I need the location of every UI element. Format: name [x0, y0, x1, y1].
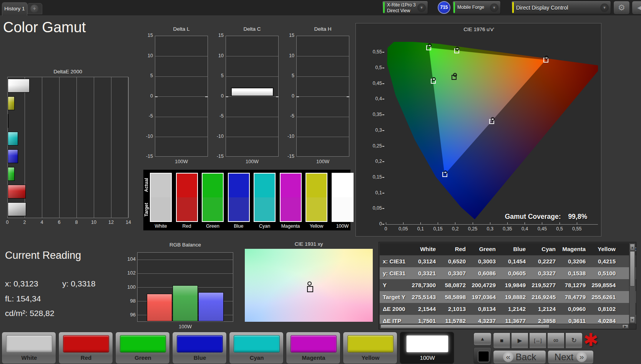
- cell: 0,5100: [589, 267, 616, 279]
- cell: 2,3858: [529, 315, 556, 324]
- delta-l-title: Delta L: [155, 26, 208, 32]
- pattern-button-green[interactable]: Green: [115, 332, 170, 364]
- pattern-window-button[interactable]: [473, 347, 492, 364]
- meter-status-indicator: [383, 2, 385, 13]
- pattern-label: Green: [116, 354, 170, 361]
- continuous-read-button[interactable]: ∞: [547, 333, 565, 349]
- axis-tick-label: 0: [365, 221, 382, 227]
- axis-tick: [455, 222, 455, 224]
- pattern-button-yellow[interactable]: Yellow: [343, 332, 397, 364]
- table-vertical-scrollbar[interactable]: ▲ ▼: [629, 243, 636, 324]
- gridline: [155, 137, 208, 137]
- horizontal-scroll-thumb[interactable]: [380, 324, 550, 328]
- display-control-dropdown[interactable]: Direct Display Control ▼: [511, 1, 611, 14]
- pattern-label: Cyan: [229, 354, 284, 361]
- axis-tick-label: 0,55: [569, 226, 585, 232]
- pattern-button-cyan[interactable]: Cyan: [229, 332, 284, 364]
- meter-dropdown[interactable]: X-Rite i1Pro 3 Direct View ▼: [382, 1, 428, 14]
- gamut-coverage-value: 99,8%: [568, 213, 587, 220]
- table-horizontal-scrollbar[interactable]: ▶: [380, 324, 629, 329]
- axis-tick-label: -15: [211, 154, 224, 159]
- settings-button[interactable]: ⚙: [613, 1, 630, 15]
- zero-tick: [296, 96, 299, 97]
- axis-tick-label: -10: [211, 134, 224, 139]
- cell: 58,5898: [439, 291, 466, 303]
- cell: 0,6520: [439, 255, 466, 267]
- delta-c-x-label: 100W: [226, 159, 279, 164]
- column-header-white: White: [409, 243, 436, 255]
- stop-button[interactable]: ■: [493, 333, 510, 349]
- axis-tick: [382, 224, 384, 225]
- pattern-button-100w[interactable]: 100W: [400, 332, 454, 364]
- scroll-down-icon[interactable]: ▼: [630, 316, 635, 323]
- scroll-right-icon[interactable]: ▶: [622, 324, 628, 328]
- axis-tick-label: 102: [120, 270, 136, 276]
- vertical-scroll-thumb[interactable]: [630, 251, 635, 286]
- zero-tick: [155, 96, 158, 97]
- column-header-yellow: Yellow: [589, 243, 616, 255]
- axis-tick-label: 0,45: [365, 81, 382, 86]
- cell: 19,8882: [499, 291, 526, 303]
- axis-tick: [382, 114, 384, 115]
- axis-tick-label: 6: [53, 220, 65, 225]
- swatch-label: Red: [176, 223, 198, 229]
- axis-tick-label: 0: [211, 93, 224, 99]
- cell: 0,3206: [559, 255, 586, 267]
- gridline: [297, 76, 349, 77]
- pattern-window-up-button[interactable]: ▲: [473, 333, 492, 346]
- swatch-yellow: [306, 173, 327, 222]
- cie1931-diagram: [245, 249, 373, 322]
- axis-tick: [382, 177, 384, 178]
- swatch-target: [177, 197, 197, 221]
- add-tab-button[interactable]: +: [27, 3, 42, 14]
- pattern-swatch: [177, 335, 223, 352]
- cell: 0,3003: [469, 255, 496, 267]
- pattern-button-magenta[interactable]: Magenta: [286, 332, 340, 364]
- swatch-target: [254, 197, 275, 221]
- pattern-button-red[interactable]: Red: [58, 332, 113, 364]
- scroll-up-icon[interactable]: ▲: [630, 244, 635, 250]
- pattern-button-blue[interactable]: Blue: [172, 332, 227, 364]
- tab-history-1[interactable]: History 1: [2, 2, 27, 16]
- collapse-panel-button[interactable]: ◀: [632, 1, 641, 15]
- deltae-bar-magenta: [8, 114, 8, 128]
- cell: 278,7300: [409, 279, 436, 291]
- collapse-arrow-icon: ◀: [637, 4, 641, 11]
- cie1976-diagram: [386, 42, 598, 225]
- loop-button[interactable]: ↻: [565, 333, 583, 349]
- cell: 2,1013: [439, 303, 466, 315]
- up-arrow-icon: ▲: [480, 336, 485, 342]
- cell: 0,3307: [439, 267, 466, 279]
- cie1976-x-axis: 00,050,10,150,20,250,30,350,40,450,50,55: [386, 226, 598, 232]
- swatch-green: [202, 173, 224, 222]
- swatch-actual: [332, 174, 353, 197]
- source-dropdown[interactable]: Mobile Forge ▼: [452, 1, 501, 14]
- axis-tick-label: 2: [19, 220, 30, 225]
- table-row: Target Y275,514358,5898197,036419,888221…: [380, 291, 636, 303]
- swatch-red: [176, 173, 198, 222]
- table-row: Y278,730058,0872200,472919,9849219,52777…: [380, 279, 636, 291]
- delta-l-y-axis: 151050-5-10-15: [140, 36, 153, 157]
- delta-l-chart: [155, 36, 208, 157]
- source-status-indicator: [453, 2, 455, 13]
- swatch-target: [229, 197, 249, 221]
- delta-h-chart: [296, 36, 349, 157]
- gridline: [226, 137, 278, 137]
- pattern-swatch: [347, 335, 394, 352]
- single-step-button[interactable]: [↔]: [529, 333, 546, 349]
- meter-count-badge[interactable]: 715: [438, 1, 450, 14]
- row-label: x: CIE31: [383, 255, 409, 267]
- next-button[interactable]: Next»: [548, 350, 594, 364]
- rgb-bar-green: [173, 285, 198, 321]
- back-button[interactable]: «Back: [493, 350, 546, 364]
- swatch-actual: [203, 174, 223, 197]
- pattern-button-white[interactable]: White: [2, 332, 56, 364]
- play-button[interactable]: ▶: [511, 333, 528, 349]
- gridline: [297, 137, 349, 137]
- axis-tick-label: 0,35: [500, 226, 515, 232]
- cell: 11,3677: [499, 315, 526, 324]
- reading-cd-label: cd/m²:: [5, 309, 27, 318]
- gamut-coverage: Gamut Coverage: 99,8%: [505, 213, 587, 221]
- axis-tick-label: 10: [140, 53, 153, 58]
- gridline: [226, 56, 278, 56]
